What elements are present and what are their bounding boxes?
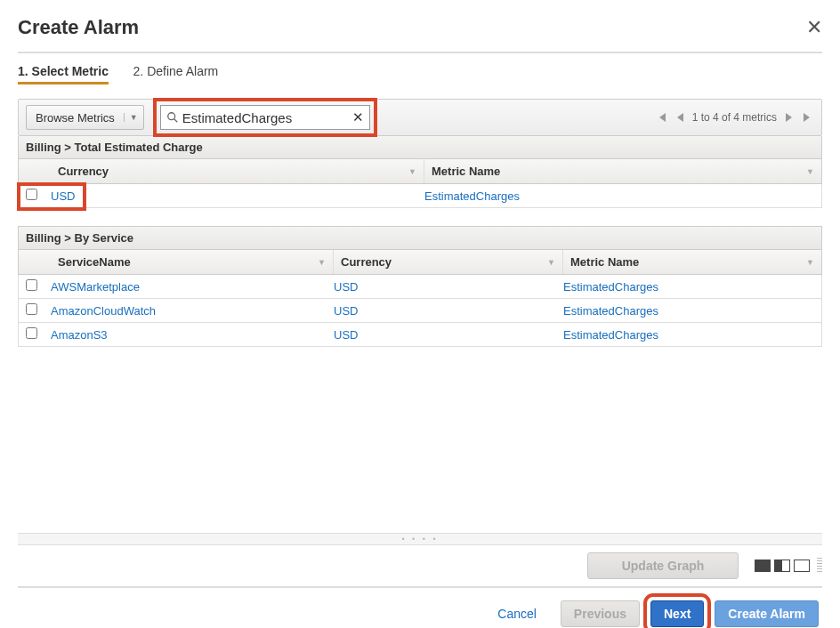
pager: 1 to 4 of 4 metrics [655,111,814,124]
sort-icon: ▼ [547,258,555,267]
row-checkbox[interactable] [26,279,37,291]
table-row[interactable]: AWSMarketplace USD EstimatedCharges [18,275,822,299]
search-icon [166,111,179,124]
th-metric-name[interactable]: Metric Name ▼ [424,159,821,183]
service-link[interactable]: AmazonCloudWatch [51,304,156,318]
search-input[interactable] [182,110,352,125]
page-prev-icon[interactable] [674,111,685,124]
metric-link[interactable]: EstimatedCharges [563,280,658,294]
view-full-icon[interactable] [755,560,771,572]
grip-icon[interactable] [817,558,822,574]
pager-text: 1 to 4 of 4 metrics [692,111,777,124]
step-select-metric[interactable]: 1. Select Metric [18,64,109,85]
browse-metrics-button[interactable]: Browse Metrics ▼ [26,105,144,130]
metric-link[interactable]: EstimatedCharges [424,189,520,203]
highlight-search: ✕ [153,98,377,137]
wizard-steps: 1. Select Metric 2. Define Alarm [18,64,822,85]
row-checkbox[interactable] [26,327,37,339]
search-input-wrap: ✕ [160,105,370,130]
service-link[interactable]: AWSMarketplace [51,280,140,294]
table-row[interactable]: AmazonCloudWatch USD EstimatedCharges [18,299,822,323]
sort-icon: ▼ [806,167,814,176]
section2-title: Billing > By Service [18,226,822,250]
section1-title: Billing > Total Estimated Charge [18,136,822,159]
step-define-alarm[interactable]: 2. Define Alarm [133,64,219,82]
svg-line-1 [174,119,178,123]
service-link[interactable]: AmazonS3 [51,328,108,342]
dialog-title: Create Alarm [18,16,139,39]
th-currency-2[interactable]: Currency ▼ [334,250,563,274]
create-alarm-button[interactable]: Create Alarm [715,600,819,627]
section1-head: Currency ▼ Metric Name ▼ [18,159,822,184]
chevron-down-icon[interactable]: ▼ [124,113,143,122]
browse-metrics-label: Browse Metrics [27,111,124,125]
resize-handle[interactable]: • • • • [18,533,822,545]
view-split-icon[interactable] [774,560,790,572]
sort-icon: ▼ [318,258,326,267]
page-next-icon[interactable] [784,111,795,124]
row-checkbox[interactable] [26,189,37,200]
page-last-icon[interactable] [802,111,814,124]
next-button[interactable]: Next [650,600,704,627]
clear-search-icon[interactable]: ✕ [352,109,364,125]
cancel-button[interactable]: Cancel [484,600,550,627]
sort-icon: ▼ [408,167,416,176]
sort-icon: ▼ [806,258,814,267]
page-first-icon[interactable] [655,111,667,124]
table-row[interactable]: AmazonS3 USD EstimatedCharges [18,323,822,347]
metrics-toolbar: Browse Metrics ▼ ✕ 1 to 4 of 4 metrics [18,99,822,136]
metric-link[interactable]: EstimatedCharges [563,328,658,342]
svg-point-0 [168,113,175,120]
metric-link[interactable]: EstimatedCharges [563,304,658,318]
previous-button: Previous [561,600,640,627]
view-mode-icons [755,558,822,574]
row-checkbox[interactable] [26,303,37,315]
th-metric-name-2[interactable]: Metric Name ▼ [563,250,821,274]
th-currency[interactable]: Currency ▼ [51,159,424,183]
th-metric2-label: Metric Name [570,255,639,269]
table-row[interactable]: USD EstimatedCharges [18,184,822,208]
currency-link[interactable]: USD [334,328,358,342]
th-service-label: ServiceName [58,255,131,269]
view-empty-icon[interactable] [794,560,810,572]
th-service-name[interactable]: ServiceName ▼ [51,250,334,274]
close-icon[interactable]: ✕ [806,18,822,37]
currency-link[interactable]: USD [334,280,358,294]
currency-link[interactable]: USD [51,189,75,203]
th-currency-label: Currency [58,165,109,178]
th-metric-label: Metric Name [432,165,500,178]
currency-link[interactable]: USD [334,304,358,318]
update-graph-button: Update Graph [587,552,739,579]
section2-head: ServiceName ▼ Currency ▼ Metric Name ▼ [18,250,822,275]
th-currency2-label: Currency [341,255,392,269]
